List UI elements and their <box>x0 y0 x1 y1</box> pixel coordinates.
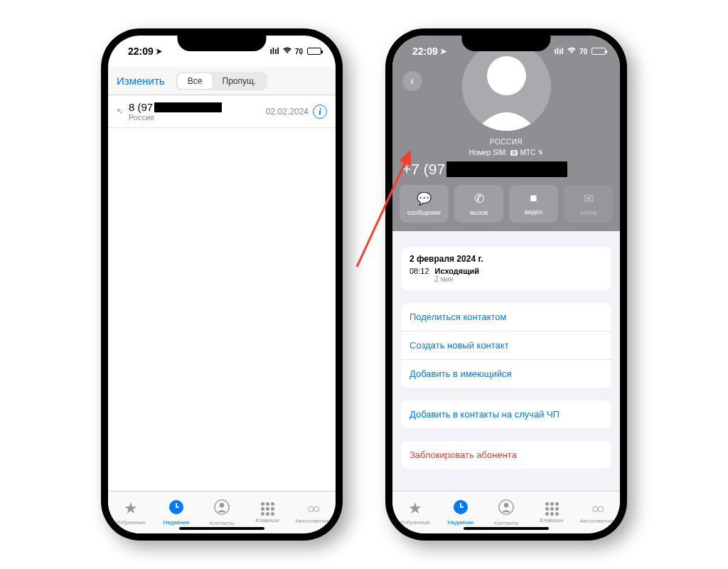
phone-number[interactable]: +7 (97 <box>392 156 620 185</box>
star-icon: ★ <box>124 499 138 518</box>
status-time: 22:09 <box>412 46 438 57</box>
phone-mockup-left: 22:09 ➤ ılıl 70 Изменить Все Пропущ. ↗ <box>101 28 343 541</box>
call-location: Россия <box>129 113 266 122</box>
share-contact-button[interactable]: Поделиться контактом <box>401 303 611 331</box>
home-indicator[interactable] <box>464 527 549 530</box>
phone-icon: ✆ <box>474 191 484 206</box>
log-time: 08:12 <box>410 267 429 283</box>
options-list-1: Поделиться контактом Создать новый конта… <box>401 303 611 388</box>
call-button[interactable]: ✆вызов <box>454 185 503 223</box>
sim-info[interactable]: Номер SIM: ☰ МТС ⇅ <box>392 149 620 156</box>
cellular-icon: ılıl <box>555 46 564 56</box>
options-list-3: Заблокировать абонента <box>401 441 611 469</box>
notch <box>462 28 551 51</box>
country-label: РОССИЯ <box>392 138 620 146</box>
redacted-number <box>154 102 222 112</box>
star-icon: ★ <box>408 499 422 518</box>
tab-voicemail[interactable]: ○○Автоответчик <box>290 491 336 533</box>
location-icon: ➤ <box>156 47 162 56</box>
voicemail-icon: ○○ <box>592 501 603 516</box>
call-number: 8 (97 <box>129 101 153 113</box>
phone-mockup-right: 22:09 ➤ ılıl 70 ‹ РОССИЯ Номер SIM: ☰ МТ… <box>385 28 627 541</box>
call-log-card: 2 февраля 2024 г. 08:12 Исходящий 2 мин <box>401 247 611 290</box>
edit-button[interactable]: Изменить <box>117 75 165 87</box>
nav-bar: Изменить Все Пропущ. <box>108 67 336 95</box>
wifi-icon <box>282 46 292 56</box>
log-type: Исходящий <box>435 267 480 275</box>
svg-point-1 <box>220 503 224 507</box>
battery-text: 70 <box>295 48 303 55</box>
emergency-contact-button[interactable]: Добавить в контакты на случай ЧП <box>401 400 611 428</box>
redacted-number <box>446 161 567 177</box>
person-icon <box>214 499 230 519</box>
battery-icon <box>592 48 606 55</box>
video-icon: ■ <box>530 191 537 206</box>
block-caller-button[interactable]: Заблокировать абонента <box>401 441 611 469</box>
screen-recents: 22:09 ➤ ılıl 70 Изменить Все Пропущ. ↗ <box>108 36 336 533</box>
log-date: 2 февраля 2024 г. <box>410 254 603 264</box>
segment-missed[interactable]: Пропущ. <box>213 73 267 89</box>
sim-badge-icon: ☰ <box>510 150 518 156</box>
notch <box>178 28 267 51</box>
video-button[interactable]: ■видео <box>509 185 558 223</box>
chevron-updown-icon: ⇅ <box>538 149 543 156</box>
contact-hero: 22:09 ➤ ılıl 70 ‹ РОССИЯ Номер SIM: ☰ МТ… <box>392 36 620 231</box>
create-contact-button[interactable]: Создать новый контакт <box>401 331 611 360</box>
back-button[interactable]: ‹ <box>402 71 422 91</box>
log-duration: 2 мин <box>435 275 480 283</box>
message-button[interactable]: 💬сообщение <box>400 185 449 223</box>
home-indicator[interactable] <box>179 527 264 530</box>
mail-button: ✉почта <box>564 185 613 223</box>
voicemail-icon: ○○ <box>307 501 318 516</box>
tab-favorites[interactable]: ★Избранные <box>108 491 154 533</box>
svg-point-5 <box>504 503 508 507</box>
battery-text: 70 <box>579 48 587 55</box>
call-info: 8 (97 Россия <box>129 101 266 122</box>
person-icon <box>498 499 514 519</box>
keypad-icon <box>545 502 559 516</box>
options-list-2: Добавить в контакты на случай ЧП <box>401 400 611 428</box>
tab-voicemail[interactable]: ○○Автоответчик <box>574 491 620 533</box>
info-button[interactable]: i <box>313 105 327 119</box>
wifi-icon <box>567 46 577 56</box>
clock-icon <box>169 500 183 518</box>
call-date: 02.02.2024 <box>266 107 309 117</box>
call-row[interactable]: ↗ 8 (97 Россия 02.02.2024 i <box>108 95 336 128</box>
screen-contact-card: 22:09 ➤ ılıl 70 ‹ РОССИЯ Номер SIM: ☰ МТ… <box>392 36 620 533</box>
status-time: 22:09 <box>128 46 154 57</box>
mail-icon: ✉ <box>584 191 594 206</box>
battery-icon <box>307 48 321 55</box>
add-existing-button[interactable]: Добавить в имеющийся <box>401 360 611 388</box>
outgoing-call-icon: ↗ <box>117 107 123 116</box>
action-row: 💬сообщение ✆вызов ■видео ✉почта <box>392 185 620 223</box>
clock-icon <box>454 500 468 518</box>
segmented-control: Все Пропущ. <box>176 72 267 90</box>
segment-all[interactable]: Все <box>178 73 213 89</box>
keypad-icon <box>261 502 274 516</box>
cellular-icon: ılıl <box>270 46 279 56</box>
tab-favorites[interactable]: ★Избранные <box>392 491 438 533</box>
recents-list[interactable]: ↗ 8 (97 Россия 02.02.2024 i <box>108 95 336 491</box>
location-icon: ➤ <box>440 47 446 56</box>
contact-content[interactable]: 2 февраля 2024 г. 08:12 Исходящий 2 мин … <box>392 231 620 491</box>
message-icon: 💬 <box>417 191 432 206</box>
